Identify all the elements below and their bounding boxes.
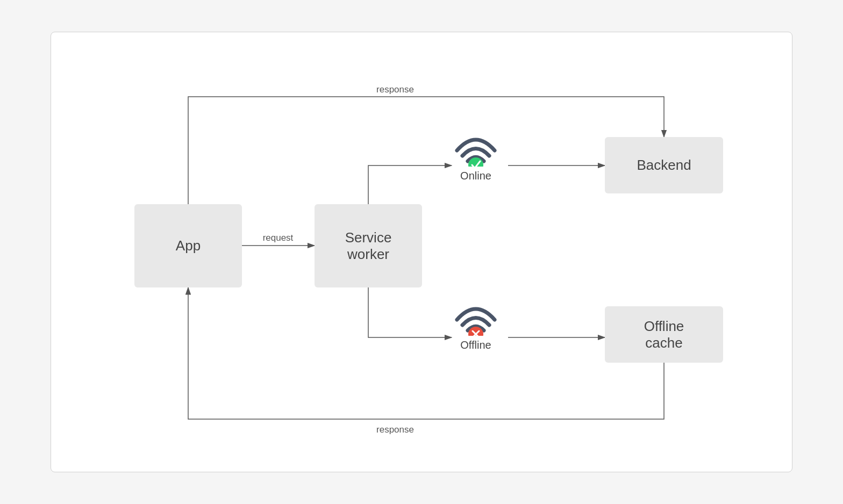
online-label: Online <box>460 170 491 182</box>
app-box: App <box>134 204 242 287</box>
offline-wifi-icon <box>452 296 500 336</box>
online-wifi-icon <box>452 126 500 167</box>
service-worker-box: Service worker <box>315 204 422 287</box>
response-bottom-label: response <box>376 424 414 435</box>
request-label: request <box>263 233 294 243</box>
response-top-label: response <box>376 84 414 95</box>
offline-wifi-container: Offline <box>452 296 500 351</box>
backend-box: Backend <box>605 137 723 193</box>
backend-label: Backend <box>637 157 691 174</box>
offline-label: Offline <box>460 339 491 351</box>
offline-cache-label1: Offline <box>644 318 684 335</box>
online-wifi-container: Online <box>452 126 500 182</box>
diagram-container: response request response App Service wo… <box>51 32 792 472</box>
service-worker-label1: Service <box>345 229 392 246</box>
offline-cache-label2: cache <box>644 335 684 351</box>
offline-cache-box: Offline cache <box>605 306 723 363</box>
app-label: App <box>176 237 201 254</box>
service-worker-label2: worker <box>345 246 392 263</box>
